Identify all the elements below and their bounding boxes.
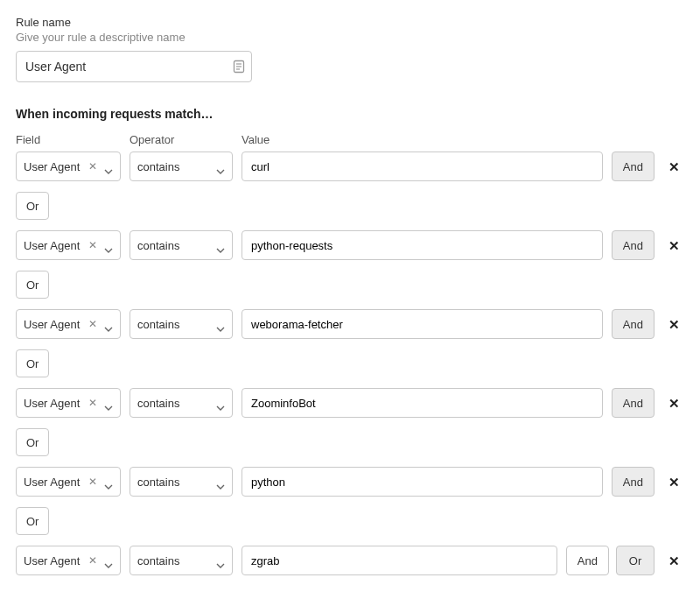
remove-condition-button[interactable]: ✕ — [668, 160, 680, 173]
remove-condition-button[interactable]: ✕ — [668, 397, 680, 410]
or-connector-button[interactable]: Or — [16, 507, 49, 535]
chevron-down-icon — [216, 479, 225, 484]
col-header-field: Field — [16, 133, 121, 146]
chevron-down-icon — [216, 164, 225, 169]
field-select-value: User Agent — [24, 160, 85, 173]
rule-name-hint: Give your rule a descriptive name — [16, 31, 684, 44]
operator-select[interactable]: contains — [130, 230, 233, 260]
operator-select-value: contains — [137, 554, 213, 567]
operator-select-value: contains — [137, 476, 213, 489]
clear-icon[interactable]: ✕ — [88, 555, 97, 566]
and-button[interactable]: And — [612, 230, 654, 260]
clear-icon[interactable]: ✕ — [88, 161, 97, 172]
chevron-down-icon — [104, 479, 113, 484]
chevron-down-icon — [216, 400, 225, 405]
field-select[interactable]: User Agent✕ — [16, 467, 121, 497]
clear-icon[interactable]: ✕ — [88, 319, 97, 329]
operator-select[interactable]: contains — [130, 467, 233, 497]
clear-icon[interactable]: ✕ — [88, 476, 97, 487]
and-button[interactable]: And — [612, 152, 654, 181]
remove-condition-button[interactable]: ✕ — [668, 476, 680, 489]
col-header-operator: Operator — [130, 133, 233, 146]
field-select[interactable]: User Agent✕ — [16, 546, 121, 575]
and-button[interactable]: And — [612, 309, 654, 339]
value-input[interactable] — [242, 546, 557, 575]
field-select-value: User Agent — [24, 318, 85, 331]
operator-select-value: contains — [137, 160, 213, 173]
chevron-down-icon — [216, 558, 225, 563]
and-button[interactable]: And — [612, 467, 654, 497]
conditions-section-title: When incoming requests match… — [16, 107, 684, 121]
value-input[interactable] — [242, 467, 603, 497]
chevron-down-icon — [104, 164, 113, 169]
form-icon — [233, 60, 245, 74]
field-select-value: User Agent — [24, 554, 85, 567]
clear-icon[interactable]: ✕ — [88, 398, 97, 408]
operator-select[interactable]: contains — [130, 152, 233, 181]
and-button[interactable]: And — [566, 546, 609, 575]
operator-select-value: contains — [137, 318, 213, 331]
field-select-value: User Agent — [24, 476, 85, 489]
field-select-value: User Agent — [24, 239, 85, 252]
or-connector-button[interactable]: Or — [16, 428, 49, 456]
or-connector-button[interactable]: Or — [16, 349, 49, 377]
field-select-value: User Agent — [24, 397, 85, 410]
remove-condition-button[interactable]: ✕ — [668, 554, 680, 567]
value-input[interactable] — [242, 309, 603, 339]
value-input[interactable] — [242, 230, 603, 260]
col-header-value: Value — [242, 133, 646, 146]
field-select[interactable]: User Agent✕ — [16, 388, 121, 418]
rule-name-label: Rule name — [16, 16, 684, 29]
chevron-down-icon — [104, 400, 113, 405]
operator-select-value: contains — [137, 397, 213, 410]
chevron-down-icon — [216, 321, 225, 327]
and-button[interactable]: And — [612, 388, 654, 418]
or-connector-button[interactable]: Or — [16, 192, 49, 220]
operator-select-value: contains — [137, 239, 213, 252]
remove-condition-button[interactable]: ✕ — [668, 318, 680, 331]
field-select[interactable]: User Agent✕ — [16, 152, 121, 181]
chevron-down-icon — [216, 243, 225, 248]
operator-select[interactable]: contains — [130, 388, 233, 418]
value-input[interactable] — [242, 388, 603, 418]
operator-select[interactable]: contains — [130, 309, 233, 339]
remove-condition-button[interactable]: ✕ — [668, 239, 680, 252]
operator-select[interactable]: contains — [130, 546, 233, 575]
value-input[interactable] — [242, 152, 603, 181]
chevron-down-icon — [104, 243, 113, 248]
or-button[interactable]: Or — [616, 546, 654, 575]
chevron-down-icon — [104, 321, 113, 327]
field-select[interactable]: User Agent✕ — [16, 309, 121, 339]
clear-icon[interactable]: ✕ — [88, 240, 97, 250]
rule-name-input[interactable] — [16, 51, 252, 82]
or-connector-button[interactable]: Or — [16, 271, 49, 299]
chevron-down-icon — [104, 558, 113, 563]
field-select[interactable]: User Agent✕ — [16, 230, 121, 260]
